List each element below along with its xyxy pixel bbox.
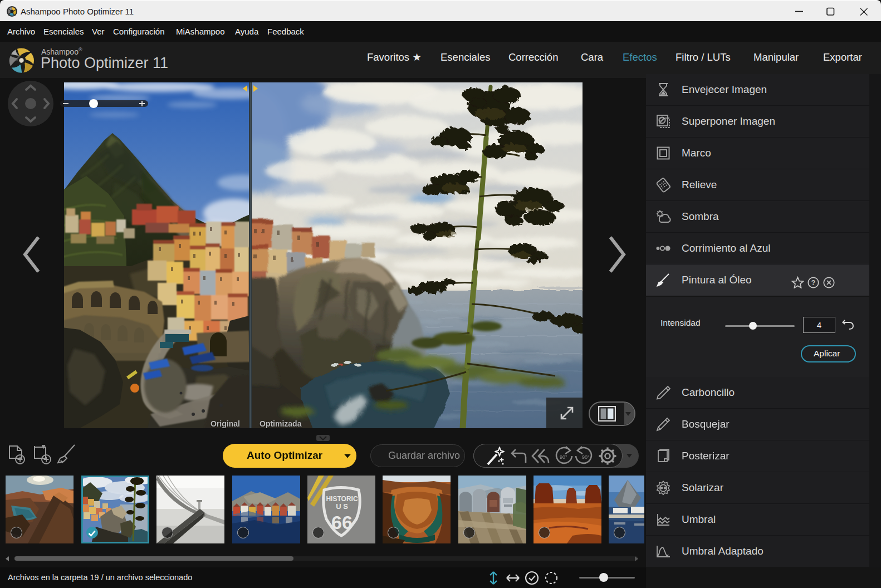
svg-text:90°: 90° bbox=[560, 454, 567, 460]
svg-text:90°: 90° bbox=[582, 454, 590, 460]
svg-text:HISTORIC: HISTORIC bbox=[326, 495, 358, 503]
svg-text:?: ? bbox=[811, 279, 815, 287]
svg-text:66: 66 bbox=[331, 512, 353, 533]
svg-text:U S: U S bbox=[336, 502, 348, 511]
